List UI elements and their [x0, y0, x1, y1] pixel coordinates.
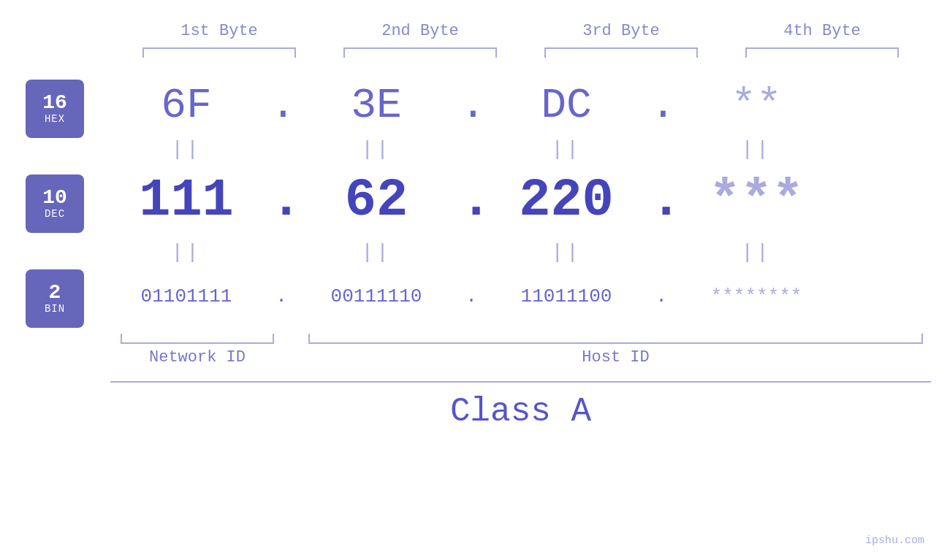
hex-sep1: . — [270, 82, 292, 129]
hex-data-row: 6F . 3E . DC . ** — [102, 72, 939, 138]
bin-data-row: 01101111 . 00111110 . 11011100 . *******… — [102, 264, 939, 329]
dec-data-row: 111 . 62 . 220 . *** — [102, 161, 939, 241]
bin-byte1: 01101111 — [102, 285, 270, 307]
equals-1-b3: || — [482, 138, 650, 161]
bottom-brackets-section: Network ID Host ID — [102, 334, 939, 367]
equals-2-b1: || — [102, 241, 270, 264]
top-bracket-3 — [544, 47, 698, 58]
network-id-label: Network ID — [149, 348, 246, 367]
bin-sep3: . — [650, 285, 672, 307]
class-label: Class A — [450, 393, 591, 431]
host-bracket — [308, 334, 923, 344]
network-bracket — [121, 334, 274, 344]
bin-byte3: 11011100 — [482, 285, 650, 307]
class-section: Class A — [102, 381, 939, 431]
byte2-header: 2nd Byte — [336, 22, 504, 40]
hex-byte1: 6F — [102, 82, 270, 129]
hex-badge-name: HEX — [45, 113, 65, 125]
bin-byte4: ******** — [672, 285, 840, 307]
byte3-header: 3rd Byte — [537, 22, 705, 40]
dec-sep1: . — [270, 171, 292, 231]
equals-row-2: || || || || — [102, 241, 939, 264]
equals-1-b4: || — [672, 138, 840, 161]
byte1-header: 1st Byte — [135, 22, 303, 40]
equals-2-b2: || — [292, 241, 460, 264]
dec-byte1: 111 — [102, 171, 270, 231]
dec-byte3: 220 — [482, 171, 650, 231]
host-id-label: Host ID — [582, 348, 649, 367]
hex-byte4: ** — [672, 82, 840, 129]
hex-sep2: . — [460, 82, 482, 129]
equals-2-b4: || — [672, 241, 840, 264]
dec-byte2: 62 — [292, 171, 460, 231]
equals-1-b2: || — [292, 138, 460, 161]
bin-badge-name: BIN — [45, 303, 65, 315]
byte4-header: 4th Byte — [738, 22, 906, 40]
dec-badge-name: DEC — [45, 208, 65, 220]
top-bracket-1 — [142, 47, 296, 58]
badges-column: 16 HEX 10 DEC 2 BIN — [0, 72, 102, 431]
top-bracket-4 — [745, 47, 899, 58]
dec-badge: 10 DEC — [26, 174, 84, 233]
hex-byte2: 3E — [292, 82, 460, 129]
class-line — [110, 381, 930, 383]
bin-badge: 2 BIN — [26, 269, 84, 328]
main-container: 1st Byte 2nd Byte 3rd Byte 4th Byte 16 H… — [0, 0, 939, 560]
watermark: ipshu.com — [865, 534, 924, 547]
dec-byte4: *** — [672, 171, 840, 231]
bin-sep2: . — [460, 285, 482, 307]
dec-sep2: . — [460, 171, 482, 231]
top-brackets — [119, 47, 923, 58]
dec-sep3: . — [650, 171, 672, 231]
equals-row-1: || || || || — [102, 138, 939, 161]
hex-byte3: DC — [482, 82, 650, 129]
bin-sep1: . — [270, 285, 292, 307]
equals-2-b3: || — [482, 241, 650, 264]
bin-byte2: 00111110 — [292, 285, 460, 307]
top-bracket-2 — [343, 47, 497, 58]
byte-headers: 1st Byte 2nd Byte 3rd Byte 4th Byte — [119, 22, 923, 40]
hex-sep3: . — [650, 82, 672, 129]
network-id-section: Network ID — [102, 334, 292, 367]
middle-section: 6F . 3E . DC . ** || || || || 111 — [102, 72, 939, 431]
hex-badge-num: 16 — [42, 93, 67, 113]
data-section: 16 HEX 10 DEC 2 BIN 6F . 3E . — [0, 72, 939, 431]
dec-badge-num: 10 — [42, 188, 67, 208]
hex-badge: 16 HEX — [26, 80, 84, 138]
bin-badge-num: 2 — [49, 283, 61, 303]
equals-1-b1: || — [102, 138, 270, 161]
host-id-section: Host ID — [292, 334, 939, 367]
